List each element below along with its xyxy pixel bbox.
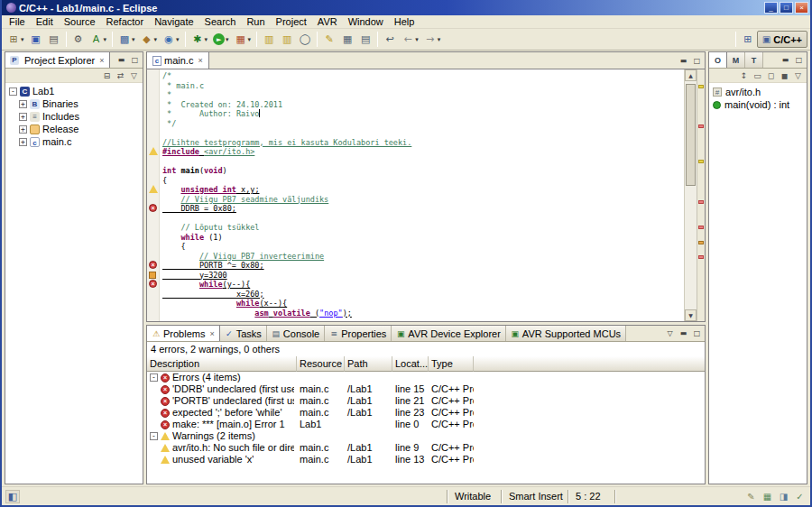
code-line[interactable]: asm volatile ("nop"); (162, 309, 684, 318)
search-button[interactable]: ◯ (297, 31, 313, 49)
code-line[interactable]: // Viigu PB7 inverteerimine (162, 252, 684, 262)
column-header-type[interactable]: Type (429, 356, 474, 372)
tab-tasks[interactable]: ✓Tasks (220, 326, 267, 341)
run-button[interactable]: ►▾ (211, 31, 231, 49)
warn-overview-mark[interactable] (698, 160, 704, 163)
problem-row[interactable]: ×expected ';' before 'while'main.c/Lab1l… (147, 407, 705, 419)
outline-tab[interactable]: O (709, 52, 727, 68)
code-line[interactable]: { (162, 176, 684, 186)
view-menu-icon[interactable]: ▽ (664, 327, 676, 339)
close-view-icon[interactable]: × (99, 56, 104, 65)
tree-item-main-c[interactable]: +cmain.c (5, 135, 143, 148)
new-button[interactable]: ⊞▾ (5, 31, 26, 49)
code-line[interactable]: while(x--){ (162, 299, 684, 309)
code-line[interactable]: * Author: Raivo (162, 109, 684, 119)
tree-item-binaries[interactable]: +BBinaries (5, 97, 143, 110)
expander-icon[interactable]: - (150, 373, 158, 382)
code-line[interactable]: unsigned int x,y; (162, 185, 684, 195)
new-c-project-button[interactable]: ▩▾ (116, 31, 137, 49)
scroll-up-icon[interactable]: ▲ (685, 69, 697, 81)
close-editor-icon[interactable]: × (198, 56, 202, 65)
hide-fields-button[interactable]: ▭ (752, 69, 763, 81)
minimize-view-icon[interactable]: ▬ (115, 54, 127, 66)
column-header-description[interactable]: Description (147, 356, 297, 372)
task-overview-mark[interactable] (698, 241, 704, 244)
menu-search[interactable]: Search (199, 16, 242, 27)
problem-group-row[interactable]: -×Errors (4 items) (147, 372, 705, 383)
code-line[interactable] (162, 214, 684, 224)
avr-upload-button[interactable]: A▾ (88, 31, 109, 49)
project-explorer-tab[interactable]: P Project Explorer × (5, 52, 110, 68)
tree-item-release[interactable]: +Release (5, 123, 143, 135)
status-grid-icon[interactable]: ▦ (761, 490, 774, 503)
outline-item-main-void-int[interactable]: main(void) : int (709, 98, 807, 111)
problem-group-row[interactable]: -Warnings (2 items) (147, 430, 705, 442)
link-with-editor-icon[interactable]: ⇄ (115, 69, 126, 81)
close-window-button[interactable]: × (795, 2, 808, 14)
close-icon[interactable]: × (209, 329, 214, 338)
expander-icon[interactable]: + (19, 125, 27, 134)
menu-project[interactable]: Project (271, 16, 312, 27)
show-table-button[interactable]: ▦ (339, 31, 355, 49)
code-line[interactable]: PORTB ^= 0x80; (162, 261, 684, 271)
back-button[interactable]: ←▾ (400, 31, 420, 49)
problem-row[interactable]: ×'DDRB' undeclared (first use in this fu… (147, 383, 705, 395)
warning-marker-icon[interactable] (149, 147, 158, 155)
maximize-view-icon[interactable]: □ (129, 54, 141, 66)
expander-icon[interactable]: + (19, 100, 27, 108)
tab-console[interactable]: ▤Console (267, 326, 325, 341)
menu-help[interactable]: Help (389, 16, 420, 27)
tab-avr-device-explorer[interactable]: ▣AVR Device Explorer (392, 326, 506, 341)
coverage-button[interactable]: ▥ (279, 31, 295, 49)
err-overview-mark[interactable] (698, 226, 704, 229)
problem-row[interactable]: ×'PORTB' undeclared (first use in this f… (147, 395, 705, 407)
maximize-window-button[interactable]: □ (780, 2, 793, 14)
editor-tab-main-c[interactable]: c main.c × (147, 52, 209, 69)
editor-scrollbar[interactable]: ▲ ▼ (684, 69, 697, 321)
editor-code[interactable]: /* * main.c * * Created on: 24.10.2011 *… (160, 69, 684, 321)
code-line[interactable]: { (162, 242, 684, 252)
status-panel-icon[interactable]: ◨ (777, 490, 790, 503)
view-menu-button[interactable]: ▽ (792, 69, 804, 81)
menu-run[interactable]: Run (241, 16, 270, 27)
c-search-button[interactable]: ◉▾ (161, 31, 181, 49)
code-line[interactable]: /* (162, 71, 684, 81)
collapse-all-icon[interactable]: ⊟ (101, 69, 113, 81)
code-line[interactable]: while(y--){ (162, 280, 684, 290)
fast-view-icon[interactable]: ◧ (5, 490, 20, 503)
maximize-view-icon[interactable]: □ (793, 54, 805, 66)
code-line[interactable] (162, 128, 684, 138)
expander-icon[interactable]: + (19, 113, 27, 121)
column-header-path[interactable]: Path (345, 356, 392, 372)
tree-item-includes[interactable]: +≡Includes (5, 110, 143, 123)
code-line[interactable]: * Created on: 24.10.2011 (162, 100, 684, 110)
code-line[interactable]: //Lihtne testprogramm, mis ei kasuta Kod… (162, 138, 684, 148)
minimize-window-button[interactable]: _ (764, 2, 778, 14)
print-button[interactable]: ▤ (46, 31, 62, 49)
error-marker-icon[interactable]: × (149, 204, 157, 212)
build-all-button[interactable]: ⚙ (70, 31, 87, 49)
save-button[interactable]: ▣ (28, 31, 44, 49)
titlebar[interactable]: C/C++ - Lab1/main.c - Eclipse _ □ × (2, 0, 810, 15)
code-line[interactable]: #include <avr/ito.h> (162, 147, 684, 157)
error-marker-icon[interactable]: × (149, 261, 157, 269)
profile-button[interactable]: ▥ (261, 31, 277, 49)
problem-row[interactable]: avr/ito.h: No such file or directorymain… (147, 442, 705, 454)
err-overview-mark[interactable] (698, 124, 704, 128)
view-menu-icon[interactable]: ▽ (128, 69, 140, 81)
menu-file[interactable]: File (4, 16, 31, 27)
problem-row[interactable]: unused variable 'x'main.c/Lab1line 13C/C… (147, 454, 705, 466)
column-header-resource[interactable]: Resource (297, 356, 345, 372)
menu-source[interactable]: Source (59, 16, 101, 27)
make-targets-tab[interactable]: M (727, 52, 745, 68)
minimize-view-icon[interactable]: ▬ (678, 327, 689, 339)
menu-avr[interactable]: AVR (312, 16, 343, 27)
tab-problems[interactable]: ⚠Problems× (147, 326, 220, 341)
status-edit-icon[interactable]: ✎ (744, 490, 758, 503)
code-line[interactable]: int main(void) (162, 166, 684, 176)
status-check-icon[interactable]: ✓ (793, 490, 807, 503)
warning-marker-icon[interactable] (149, 185, 158, 193)
menu-window[interactable]: Window (343, 16, 389, 27)
column-header-locat[interactable]: Locat... (392, 356, 429, 372)
sort-button[interactable]: ↕ (738, 69, 750, 81)
